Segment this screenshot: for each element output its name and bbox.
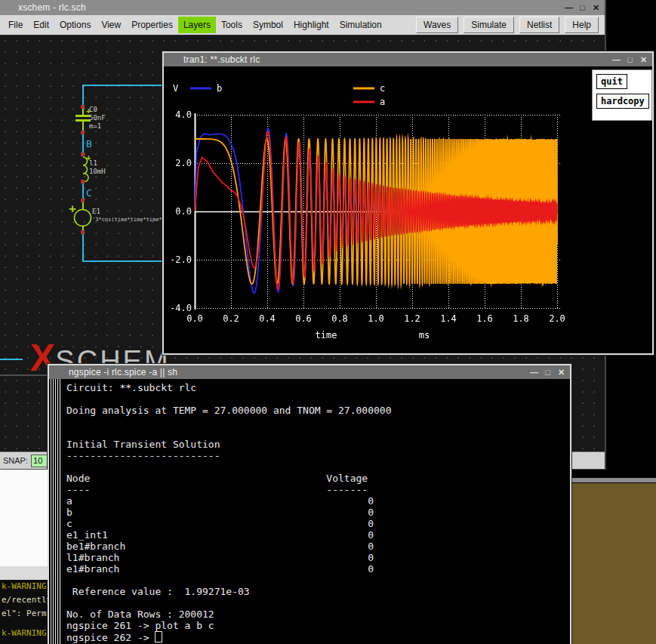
- inductor-value: 10mH: [89, 168, 106, 175]
- terminal-line: b 0: [66, 507, 570, 518]
- terminal-line: [66, 427, 570, 439]
- terminal-line: [66, 393, 570, 405]
- wire-c[interactable]: [82, 183, 84, 199]
- terminal-cursor: [155, 631, 162, 642]
- terminal-line: [66, 597, 570, 609]
- inductor-symbol[interactable]: [75, 156, 91, 182]
- minimize-icon[interactable]: —: [563, 2, 574, 14]
- capacitor-plate[interactable]: [75, 115, 91, 117]
- capacitor-extra: m=1: [89, 122, 101, 130]
- terminal-line: c 0: [66, 518, 570, 529]
- terminal-prompt[interactable]: ngspice 262 ->: [66, 631, 570, 643]
- menu-item-edit[interactable]: Edit: [28, 17, 54, 33]
- menu-item-file[interactable]: File: [3, 17, 28, 33]
- menu-item-properties[interactable]: Properties: [126, 17, 178, 33]
- terminal-line: a 0: [66, 495, 570, 507]
- wire-source-bottom[interactable]: [82, 234, 84, 262]
- net-label-b: B: [86, 138, 92, 149]
- net-label-c: C: [86, 187, 92, 199]
- xschem-titlebar[interactable]: xschem - rlc.sch — □ ✕: [0, 0, 605, 16]
- menu-item-layers[interactable]: Layers: [178, 17, 216, 33]
- wire-bottom[interactable]: [82, 260, 162, 262]
- close-icon[interactable]: ✕: [590, 2, 602, 14]
- warning-line: k-WARNING: [2, 628, 47, 638]
- close-icon[interactable]: ✕: [638, 54, 649, 66]
- pin-square: [81, 131, 85, 134]
- plot-button-panel: quit hardcopy: [592, 69, 652, 121]
- help-button[interactable]: Help: [565, 17, 599, 33]
- tran1-window-controls: — □ ✕: [611, 54, 652, 66]
- wire-b[interactable]: [82, 134, 84, 154]
- background-white-window: [0, 470, 48, 580]
- warning-line: k-WARNING: [2, 581, 47, 591]
- wire-left-stub[interactable]: [0, 359, 23, 360]
- terminal-line: [66, 461, 570, 473]
- terminal-line: [66, 416, 570, 427]
- wire-cap-top[interactable]: [82, 85, 84, 106]
- terminal-line: ngspice 261 -> plot a b c: [66, 620, 570, 631]
- snap-label: SNAP:: [0, 456, 28, 465]
- pin-square: [81, 180, 85, 183]
- desktop: xschem - rlc.sch — □ ✕ FileEditOptionsVi…: [0, 0, 656, 644]
- menu-item-view[interactable]: View: [96, 17, 126, 33]
- ngspice-content[interactable]: Circuit: **.subckt rlc Doing analysis at…: [49, 379, 570, 644]
- tran1-titlebar[interactable]: tran1: **.subckt rlc — □ ✕: [164, 53, 652, 66]
- close-icon[interactable]: ✕: [556, 367, 567, 378]
- ngspice-window-title: ngspice -i rlc.spice -a || sh: [49, 367, 177, 377]
- pin-square: [81, 230, 85, 234]
- maximize-icon[interactable]: □: [624, 54, 636, 66]
- terminal-line: l1#branch 0: [66, 552, 570, 563]
- ngspice-titlebar[interactable]: ngspice -i rlc.spice -a || sh — □ ✕: [49, 365, 570, 379]
- terminal-line: No. of Data Rows : 200012: [66, 609, 570, 620]
- menu-items: FileEditOptionsViewPropertiesLayersTools…: [3, 17, 387, 33]
- terminal-line: --------------------------: [66, 450, 570, 461]
- toolbar-buttons: Waves Simulate Netlist Help: [411, 17, 602, 33]
- terminal-line: [66, 575, 570, 586]
- menu-item-tools[interactable]: Tools: [216, 17, 248, 33]
- minimize-icon[interactable]: —: [528, 367, 540, 378]
- waveform-plot: [164, 66, 652, 353]
- terminal-output: Circuit: **.subckt rlc Doing analysis at…: [66, 382, 570, 644]
- terminal-line: Circuit: **.subckt rlc: [66, 382, 570, 393]
- menu-item-options[interactable]: Options: [54, 17, 96, 33]
- menu-item-simulation[interactable]: Simulation: [334, 17, 387, 33]
- ngspice-terminal-window: ngspice -i rlc.spice -a || sh — □ ✕ Circ…: [48, 364, 571, 644]
- netlist-button[interactable]: Netlist: [519, 17, 559, 33]
- hardcopy-button[interactable]: hardcopy: [596, 94, 649, 109]
- capacitor-name: C0: [89, 106, 97, 113]
- menu-item-symbol[interactable]: Symbol: [248, 17, 288, 33]
- xschem-window-title: xschem - rlc.sch: [0, 2, 86, 13]
- quit-button[interactable]: quit: [596, 74, 627, 89]
- simulate-button[interactable]: Simulate: [464, 17, 514, 33]
- warning-line: el": Perm: [2, 609, 47, 618]
- terminal-line: Node Voltage: [66, 473, 570, 484]
- terminal-line: e1_int1 0: [66, 529, 570, 541]
- terminal-line: be1#branch 0: [66, 541, 570, 552]
- waves-button[interactable]: Waves: [416, 17, 458, 33]
- ngspice-window-controls: — □ ✕: [528, 367, 570, 378]
- background-white-window-strip: [0, 566, 48, 580]
- menu-item-highlight[interactable]: Highlight: [288, 17, 334, 33]
- terminal-line: ---- -------: [66, 484, 570, 495]
- tran1-content: quit hardcopy: [164, 66, 652, 353]
- warning-line: e/recently: [2, 595, 48, 605]
- terminal-line: Initial Transient Solution: [66, 439, 570, 450]
- terminal-scrollbar[interactable]: [51, 379, 61, 644]
- xschem-menubar: FileEditOptionsViewPropertiesLayersTools…: [0, 15, 605, 35]
- terminal-line: Reference value : 1.99271e-03: [66, 586, 570, 597]
- source-name: E1: [92, 208, 100, 215]
- tran1-plot-window: tran1: **.subckt rlc — □ ✕ quit hardcopy: [162, 51, 654, 355]
- maximize-icon[interactable]: □: [577, 2, 588, 14]
- minimize-icon[interactable]: —: [611, 54, 622, 66]
- voltage-source-symbol[interactable]: [73, 208, 92, 227]
- inductor-name: l1: [89, 159, 97, 167]
- background-warning-terminal: k-WARNINGe/recentlyel": Permk-WARNING: [0, 580, 48, 644]
- tran1-window-title: tran1: **.subckt rlc: [164, 54, 260, 65]
- maximize-icon[interactable]: □: [542, 367, 553, 378]
- capacitor-value: 50nF: [89, 114, 106, 122]
- xschem-window-controls: — □ ✕: [563, 2, 605, 14]
- terminal-line: Doing analysis at TEMP = 27.000000 and T…: [66, 405, 570, 416]
- terminal-line: e1#branch 0: [66, 563, 570, 575]
